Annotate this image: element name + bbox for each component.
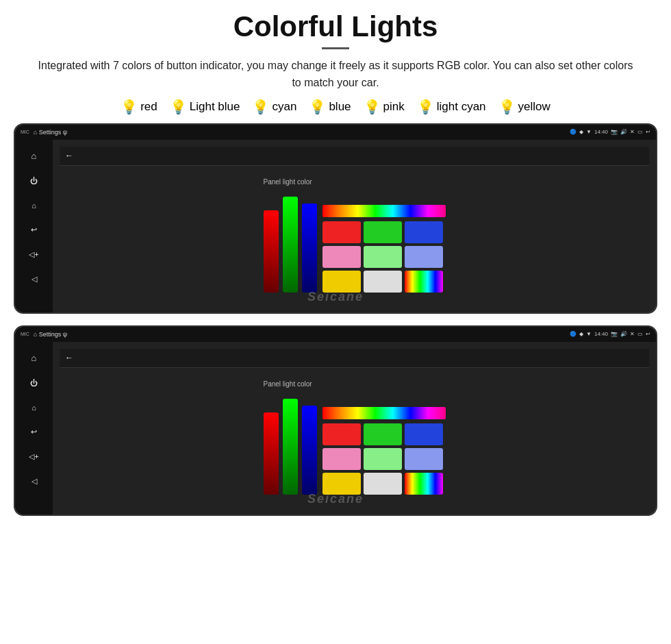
bulb-blue-icon: 💡 [309, 100, 326, 114]
color-label-lightblue: Light blue [190, 100, 240, 114]
main-home2[interactable]: ⌂ [15, 193, 53, 218]
bot-color-swatches [322, 423, 446, 495]
swatch-red[interactable] [322, 221, 361, 243]
bot-bluetooth-icon: 🔵 [570, 331, 577, 337]
bot-color-sliders [264, 392, 317, 495]
time-display: 14:40 [594, 129, 608, 135]
color-swatches [322, 221, 446, 293]
camera-icon: 📷 [611, 129, 618, 135]
bot-vol-icon: 🔊 [620, 331, 627, 337]
back-icon: ↩ [646, 129, 650, 135]
bulb-yellow-icon: 💡 [498, 100, 516, 114]
vol-icon: 🔊 [620, 129, 627, 135]
green-slider[interactable] [283, 197, 298, 293]
bulb-lightblue-icon: 💡 [170, 100, 187, 114]
bot-swatch-blue[interactable] [405, 423, 443, 445]
bot-blue-slider[interactable] [302, 406, 317, 495]
bot-main-vol2[interactable]: ◁ [15, 469, 53, 494]
rainbow-bar[interactable] [322, 205, 446, 217]
bot-panel-color-label: Panel light color [264, 380, 446, 388]
screen-group-top: MICRST ⌂ ⏻ ⌂ ↩ ◁+ ◁ ← [14, 123, 657, 319]
description-text: Integrated with 7 colors of button indic… [34, 58, 637, 92]
color-label-pink: pink [383, 100, 405, 114]
bot-window-icon: ▭ [637, 331, 643, 337]
bot-mic-label: MIC [21, 332, 29, 336]
color-label-cyan: cyan [272, 100, 296, 114]
blue-slider[interactable] [302, 203, 317, 293]
wifi-icon: ◆ [579, 129, 583, 135]
color-item-red: 💡 red [121, 100, 157, 114]
bot-time-display: 14:40 [594, 331, 608, 337]
bot-main-back[interactable]: ↩ [15, 420, 53, 445]
swatch-blue[interactable] [405, 221, 443, 243]
bulb-red-icon: 💡 [121, 100, 138, 114]
title-divider [322, 47, 349, 49]
bot-swatch-white[interactable] [364, 473, 402, 495]
color-item-yellow: 💡 yellow [498, 100, 550, 114]
main-vol[interactable]: ◁+ [15, 243, 53, 267]
bot-signal-icon: ▼ [586, 331, 592, 337]
swatch-lightgreen[interactable] [364, 246, 402, 268]
swatch-lightblue[interactable] [405, 246, 443, 268]
swatch-green[interactable] [364, 221, 402, 243]
panel-color-label: Panel light color [264, 178, 446, 186]
bot-main-back-arrow[interactable]: ← [65, 353, 73, 362]
color-item-lightblue: 💡 Light blue [170, 100, 240, 114]
color-item-lightcyan: 💡 light cyan [417, 100, 486, 114]
bot-swatch-lightgreen[interactable] [364, 448, 402, 470]
bot-swatch-pink[interactable] [322, 448, 361, 470]
color-item-pink: 💡 pink [364, 100, 405, 114]
bulb-lightcyan-icon: 💡 [417, 100, 434, 114]
red-slider[interactable] [264, 210, 279, 293]
screen-group-bottom: MIC ⌂ ⏻ ⌂ ↩ ◁+ ◁ ← [14, 325, 657, 521]
swatch-white[interactable] [364, 271, 402, 293]
color-label-red: red [140, 100, 157, 114]
swatch-rainbow[interactable] [405, 271, 443, 293]
bulb-pink-icon: 💡 [364, 100, 381, 114]
bot-red-slider[interactable] [264, 412, 279, 495]
bot-panel-color-section [322, 407, 446, 495]
panel-color-section [322, 205, 446, 293]
color-label-blue: blue [329, 100, 351, 114]
bot-wifi-icon: ◆ [579, 331, 583, 337]
swatch-pink[interactable] [322, 246, 361, 268]
screens-container: MICRST ⌂ ⏻ ⌂ ↩ ◁+ ◁ ← [14, 123, 657, 521]
color-item-cyan: 💡 cyan [252, 100, 296, 114]
mic-label: MIC [21, 129, 29, 134]
bot-main-home2[interactable]: ⌂ [15, 395, 53, 420]
bot-green-slider[interactable] [283, 399, 298, 495]
color-label-lightcyan: light cyan [437, 100, 486, 114]
color-item-blue: 💡 blue [309, 100, 351, 114]
color-row: 💡 red 💡 Light blue 💡 cyan 💡 blue 💡 pink … [121, 100, 550, 114]
bot-swatch-lightblue[interactable] [405, 448, 443, 470]
color-sliders [264, 190, 317, 293]
signal-icon: ▼ [586, 129, 592, 135]
color-label-yellow: yellow [518, 100, 550, 114]
bot-rainbow-bar[interactable] [322, 407, 446, 419]
screen-main-top: MIC ⌂ Settings ψ 🔵 ◆ ▼ 14:40 📷 🔊 ✕ ▭ [14, 123, 657, 314]
window-icon: ▭ [637, 129, 643, 135]
main-back[interactable]: ↩ [15, 218, 53, 243]
bulb-cyan-icon: 💡 [252, 100, 269, 114]
main-vol2[interactable]: ◁ [15, 267, 53, 292]
bot-camera-icon: 📷 [611, 331, 618, 337]
bot-swatch-red[interactable] [322, 423, 361, 445]
bot-main-vol[interactable]: ◁+ [15, 445, 53, 469]
settings-nav: ⌂ Settings ψ [34, 129, 67, 136]
bot-main-home[interactable]: ⌂ [15, 346, 53, 371]
bot-swatch-rainbow[interactable] [405, 473, 443, 495]
main-back-arrow[interactable]: ← [65, 151, 73, 160]
page-container: Colorful Lights Integrated with 7 colors… [0, 0, 671, 644]
bot-main-power[interactable]: ⏻ [15, 371, 53, 395]
bot-swatch-yellow[interactable] [322, 473, 361, 495]
bot-settings-nav: ⌂ Settings ψ [34, 331, 67, 338]
swatch-yellow[interactable] [322, 271, 361, 293]
close-icon: ✕ [630, 129, 635, 135]
main-power[interactable]: ⏻ [15, 169, 53, 193]
screen-main-bottom: MIC ⌂ Settings ψ 🔵 ◆ ▼ 14:40 📷 🔊 ✕ ▭ [14, 325, 657, 516]
bot-swatch-green[interactable] [364, 423, 402, 445]
main-home[interactable]: ⌂ [15, 144, 53, 169]
bot-close-icon: ✕ [630, 331, 635, 337]
bot-back-icon: ↩ [646, 331, 650, 337]
bluetooth-icon: 🔵 [570, 129, 577, 135]
